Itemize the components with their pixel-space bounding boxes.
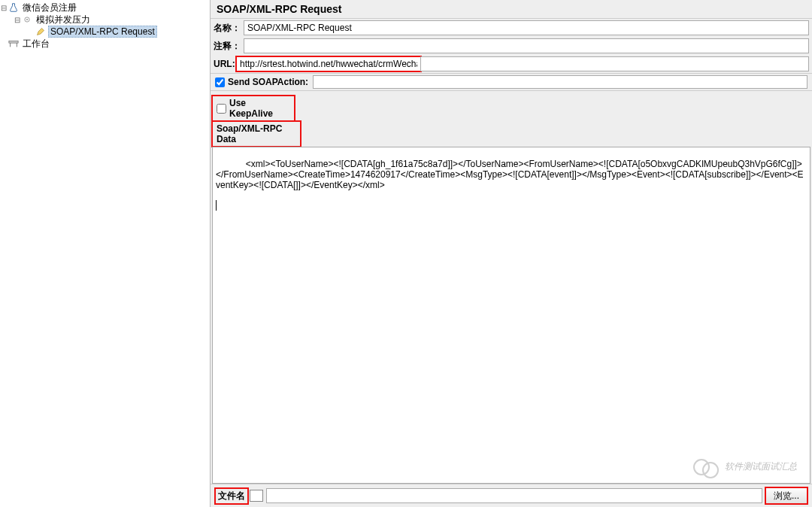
tree-label: 模拟并发压力	[35, 14, 92, 26]
url-row: URL:	[211, 55, 812, 73]
tree-node-thread-group[interactable]: ⊟ 模拟并发压力	[0, 14, 210, 26]
send-soapaction-checkbox[interactable]	[215, 77, 225, 87]
comment-row: 注释：	[211, 37, 812, 55]
svg-rect-2	[9, 41, 18, 44]
workbench-icon	[8, 38, 20, 50]
filename-label: 文件名	[215, 488, 248, 504]
pencil-icon	[35, 26, 47, 38]
tree-label: 微信会员注册	[21, 2, 78, 14]
name-row: 名称：	[211, 19, 812, 37]
xml-body-text: <xml><ToUserName><![CDATA[gh_1f61a75c8a7…	[216, 159, 804, 190]
use-keepalive-row: Use KeepAlive	[212, 96, 295, 121]
tree-spacer	[27, 28, 35, 36]
tree-node-workbench[interactable]: 工作台	[0, 38, 210, 50]
soapaction-input[interactable]	[313, 75, 807, 89]
send-soapaction-row: Send SOAPAction:	[211, 73, 812, 91]
tree-label: 工作台	[21, 38, 51, 50]
filename-row: 文件名 浏览...	[211, 484, 812, 507]
test-plan-tree[interactable]: ⊟ 微信会员注册 ⊟ 模拟并发压力 SOAP/XML-RPC Request	[0, 0, 211, 507]
send-soapaction-label: Send SOAPAction:	[228, 77, 308, 87]
tree-toggle-icon[interactable]: ⊟	[0, 4, 8, 12]
url-input[interactable]	[236, 56, 421, 71]
filename-input[interactable]	[266, 488, 762, 503]
panel-title: SOAP/XML-RPC Request	[211, 0, 812, 19]
tree-label: SOAP/XML-RPC Request	[48, 26, 157, 38]
url-input-tail[interactable]	[420, 56, 809, 71]
comment-input[interactable]	[244, 38, 809, 53]
xml-data-textarea[interactable]: <xml><ToUserName><![CDATA[gh_1f61a75c8a7…	[212, 147, 810, 484]
name-input[interactable]	[244, 20, 809, 35]
data-header-label: Soap/XML-RPC Data	[217, 123, 296, 144]
sampler-config-panel: SOAP/XML-RPC Request 名称： 注释： URL: Send S…	[211, 0, 812, 507]
flask-icon	[8, 2, 20, 14]
browse-button[interactable]: 浏览...	[765, 487, 807, 504]
tree-node-root[interactable]: ⊟ 微信会员注册	[0, 2, 210, 14]
tree-toggle-icon[interactable]: ⊟	[14, 16, 21, 24]
svg-point-1	[26, 19, 28, 20]
use-keepalive-label: Use KeepAlive	[229, 98, 290, 119]
filename-indicator	[250, 490, 263, 502]
tree-spacer	[0, 40, 8, 48]
gear-icon	[21, 14, 33, 26]
url-label: URL:	[214, 59, 236, 69]
text-cursor	[216, 200, 217, 211]
name-label: 名称：	[214, 22, 244, 35]
comment-label: 注释：	[214, 40, 244, 53]
tree-node-sampler[interactable]: SOAP/XML-RPC Request	[0, 26, 210, 38]
data-header-bar: Soap/XML-RPC Data	[212, 121, 301, 147]
use-keepalive-checkbox[interactable]	[217, 104, 226, 114]
